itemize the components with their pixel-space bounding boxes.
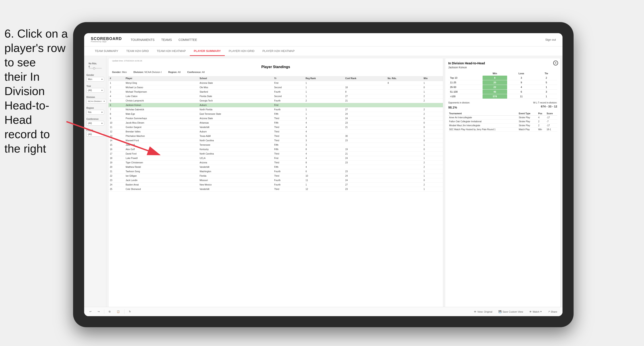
year-label: Year — [86, 85, 104, 87]
col-yr: Yr — [273, 76, 304, 81]
year-select[interactable]: (All) ▾ — [86, 88, 104, 93]
h2h-title: In Division Head-to-Head — [448, 61, 557, 65]
h2h-panel: ✕ In Division Head-to-Head Jackson Koivu… — [445, 58, 560, 314]
no-rds-slider[interactable] — [88, 68, 102, 69]
update-time: Update time: 27/03/2024 16:56:26 — [108, 58, 443, 62]
h2h-row: 11-25 20 9 5 — [448, 80, 557, 85]
conference-filter: Conference (All) ▾ — [86, 118, 104, 126]
copy-btn[interactable]: ⧉ — [108, 309, 112, 314]
table-row[interactable]: 13 Phichaksn Maichon Texas A&M Third 6 3… — [108, 134, 443, 138]
table-row[interactable]: 24 Bastien Amat New Mexico Fourth 1 27 2 — [108, 183, 443, 187]
table-row[interactable]: 20 Matthew Riedel Vanderbilt Fifth 4 2 — [108, 165, 443, 169]
sub-nav: TEAM SUMMARY TEAM H2H GRID TEAM H2H HEAT… — [84, 46, 562, 56]
table-row[interactable]: 15 Jake Hall Tennessee Fifth 3 1 — [108, 143, 443, 147]
region-meta: Region: All — [168, 71, 181, 73]
standings-header: Player Standings Gender: Men Division: N… — [108, 62, 443, 76]
main-content: No Rds. 6 Gender Men ▾ Year — [84, 56, 562, 316]
standings-table-container: # Player School Yr Reg Rank Conf Rank No… — [108, 76, 443, 314]
conference-select[interactable]: (All) ▾ — [86, 121, 104, 126]
col-no-rds: No. Rds. — [386, 76, 422, 81]
h2h-row: Top 10 8 3 2 — [448, 76, 557, 80]
tab-player-h2h-grid[interactable]: PLAYER H2H GRID — [225, 47, 258, 56]
year-filter: Year (All) ▾ — [86, 85, 104, 93]
division-meta: Division: NCAA Division I — [134, 71, 162, 73]
player-select[interactable]: (All) ▾ — [86, 132, 104, 137]
sign-out-link[interactable]: Sign out — [545, 38, 556, 41]
wlt-record: 674 - 33 - 12 — [541, 105, 557, 108]
region-filter: Region N/a ▾ — [86, 107, 104, 115]
col-rank: # — [108, 76, 124, 81]
region-select[interactable]: N/a ▾ — [86, 110, 104, 115]
table-row[interactable]: 3 Michael Thorbjornsen Stanford Fourth 1… — [108, 90, 443, 94]
tournament-row: Fallon Oak Collegiate Invitational Strok… — [448, 120, 557, 124]
tablet-device: SCOREBOARD Powered by clippi TOURNAMENTS… — [73, 22, 574, 327]
close-btn[interactable]: ✕ — [553, 61, 558, 65]
nav-teams[interactable]: TEAMS — [161, 37, 172, 42]
h2h-col-tie: Tie — [536, 71, 557, 76]
h2h-breakdown-table: Win Loss Tie Top 10 8 3 2 11-25 20 9 5 2… — [448, 71, 557, 99]
col-conf-rank: Conf Rank — [344, 76, 386, 81]
h2h-row: 51-100 46 6 3 — [448, 90, 557, 94]
col-win: Win — [422, 76, 443, 81]
table-row[interactable]: 2 Michael La Sasso Ole Miss Second 1 18 … — [108, 85, 443, 90]
top-nav: SCOREBOARD Powered by clippi TOURNAMENTS… — [84, 33, 562, 46]
table-row[interactable]: 12 Brendan Valles Auburn Third 4 1 — [108, 130, 443, 134]
table-row[interactable]: 6 Jackson Koivun Auburn First — [108, 103, 443, 107]
col-player: Player — [124, 76, 198, 81]
standings-meta: Gender: Men Division: NCAA Division I Re… — [112, 71, 439, 73]
table-row[interactable]: 5 Christo Lamprecht Georgia Tech Fourth … — [108, 99, 443, 103]
wlt-label: W-L-T record in-division: — [533, 102, 557, 104]
table-row[interactable]: 8 Mats Ege East Tennessee State Fifth 1 … — [108, 112, 443, 116]
table-row[interactable]: 18 Luke Powell UCLA First 4 24 1 — [108, 156, 443, 161]
col-event-type: Event Type — [518, 112, 538, 116]
tournament-row: Mirabel Maui Jim Intercollegiate Stroke … — [448, 124, 557, 128]
col-tournament: Tournament — [448, 112, 518, 116]
table-row[interactable]: 1 Wenyi Ding Arizona State First 1 8 1 — [108, 81, 443, 85]
nav-right: Sign out — [545, 38, 556, 41]
standings-title: Player Standings — [112, 65, 439, 69]
tournament-header-row: Tournament Event Type Pos Score — [448, 112, 557, 116]
paste-btn[interactable]: 📋 — [115, 309, 122, 314]
tab-player-h2h-heatmap[interactable]: PLAYER H2H HEATMAP — [258, 47, 298, 56]
col-reg-rank: Reg Rank — [304, 76, 344, 81]
nav-committee[interactable]: COMMITTEE — [178, 37, 197, 42]
table-row[interactable]: 22 Ian Gilligan Florida Third 10 24 1 — [108, 174, 443, 178]
tab-team-summary[interactable]: TEAM SUMMARY — [91, 47, 122, 56]
col-pos: Pos — [537, 112, 546, 116]
h2h-player: Jackson Koivun — [448, 66, 557, 69]
table-row[interactable]: 11 Gordon Sargent Vanderbilt Third 4 21 … — [108, 125, 443, 130]
nav-tournaments[interactable]: TOURNAMENTS — [131, 37, 154, 42]
tab-player-summary[interactable]: PLAYER SUMMARY — [190, 47, 225, 56]
table-row[interactable]: 9 Preston Summerhays Arizona State Third… — [108, 116, 443, 121]
logo-sub: Powered by clippi — [91, 41, 122, 43]
toolbar: ↩ ↪ ⧉ 📋 ↻ 👁 View: Original 💾 — [108, 307, 443, 314]
opponents-pct: 98.1% — [448, 106, 457, 109]
h2h-col-win: Win — [482, 71, 507, 76]
table-row[interactable]: 23 Jack Lundin Missouri Fourth 11 24 0 — [108, 178, 443, 183]
tournament-row: SEC Match Play Hosted by Jerry Pate Roun… — [448, 128, 557, 132]
table-row[interactable]: 10 Jacob Mou-Olesen Arkansas Fifth 4 23 … — [108, 121, 443, 125]
table-row[interactable]: 17 David Ford North Carolina Third 4 21 … — [108, 152, 443, 156]
gender-label: Gender — [86, 74, 104, 76]
division-select[interactable]: NCAA Division I ▾ — [86, 99, 106, 103]
no-rds-value: 6 — [88, 65, 102, 68]
tab-team-h2h-grid[interactable]: TEAM H2H GRID — [122, 47, 153, 56]
nav-items: TOURNAMENTS TEAMS COMMITTEE — [131, 37, 536, 42]
gender-select[interactable]: Men ▾ — [86, 77, 104, 82]
table-row[interactable]: 14 Maxwell Ford North Carolina Third 3 2… — [108, 138, 443, 143]
table-row[interactable]: 21 Taehoon Song Washington Fourth 6 23 1 — [108, 169, 443, 174]
opponents-label: Opponents in division: — [448, 102, 470, 104]
table-row[interactable]: 19 Tiger Christensen Arizona Third 8 23 … — [108, 161, 443, 165]
tab-team-h2h-heatmap[interactable]: TEAM H2H HEATMAP — [153, 47, 190, 56]
table-row[interactable]: 7 Nicholas Gabrelcik North Florida Fourt… — [108, 107, 443, 112]
h2h-row: 26-50 22 4 1 — [448, 85, 557, 90]
player-label: Player — [86, 129, 104, 131]
table-row[interactable]: 4 Luke Claton Florida State Second 1 27 … — [108, 94, 443, 99]
conference-meta: Conference: All — [187, 71, 205, 73]
h2h-col-range — [448, 71, 482, 76]
gender-meta: Gender: Men — [112, 71, 127, 73]
refresh-btn[interactable]: ↻ — [127, 309, 133, 314]
table-row[interactable]: 25 Cole Sherwood Vanderbilt Third 12 23 … — [108, 187, 443, 191]
h2h-col-loss: Loss — [507, 71, 536, 76]
table-row[interactable]: 16 Alex Goff Kentucky Fifth 8 19 0 — [108, 147, 443, 152]
